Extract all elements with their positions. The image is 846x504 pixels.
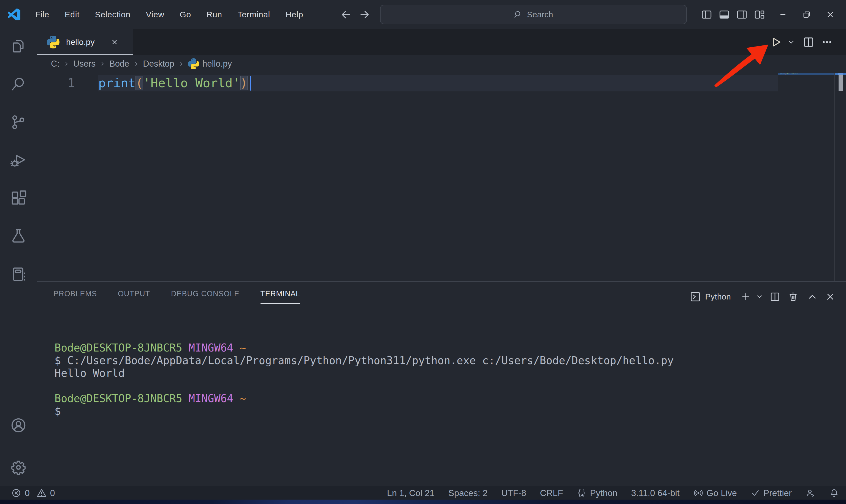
notifications-bell-icon[interactable] — [822, 486, 839, 500]
back-arrow-icon[interactable] — [340, 9, 352, 20]
terminal-line: Bode@DESKTOP-8JNBCR5 MINGW64 ~ — [54, 392, 674, 405]
prettier-status[interactable]: Prettier — [744, 486, 799, 500]
broadcast-icon — [693, 488, 703, 498]
menu-help[interactable]: Help — [278, 0, 311, 29]
breadcrumb-users[interactable]: Users — [73, 59, 95, 69]
minimap[interactable]: print('Hello World') — [778, 73, 834, 281]
toggle-panel-icon[interactable] — [719, 9, 730, 20]
go-live-status[interactable]: Go Live — [687, 486, 744, 500]
kill-terminal-trash-icon[interactable] — [788, 291, 807, 302]
check-icon — [751, 488, 760, 498]
close-panel-icon[interactable] — [825, 291, 846, 302]
source-control-icon[interactable] — [10, 114, 27, 131]
extensions-icon[interactable] — [10, 190, 27, 207]
customize-layout-icon[interactable] — [754, 9, 765, 20]
code-token-string: 'Hello World' — [143, 76, 240, 90]
terminal-shell-selector[interactable]: Python — [690, 291, 731, 302]
maximize-panel-chevron-icon[interactable] — [807, 291, 825, 302]
text-cursor — [250, 76, 251, 91]
close-button[interactable] — [818, 0, 842, 29]
tab-hello-py[interactable]: hello.py — [37, 29, 133, 55]
split-editor-icon[interactable] — [798, 36, 819, 48]
run-dropdown-chevron-icon[interactable] — [784, 38, 798, 46]
breadcrumb-desktop[interactable]: Desktop — [143, 59, 174, 69]
menu-terminal[interactable]: Terminal — [230, 0, 278, 29]
menu-run[interactable]: Run — [199, 0, 230, 29]
forward-arrow-icon[interactable] — [359, 9, 370, 20]
account-icon[interactable] — [10, 417, 27, 434]
minimap-code-line: print('Hello World') — [780, 73, 799, 75]
split-terminal-icon[interactable] — [770, 291, 788, 302]
minimap-border — [834, 73, 835, 281]
menu-bar: File Edit Selection View Go Run Terminal… — [28, 0, 311, 29]
run-debug-icon[interactable] — [10, 152, 27, 169]
terminal-icon — [690, 291, 701, 302]
panel-tab-debug-console[interactable]: DEBUG CONSOLE — [171, 290, 240, 304]
encoding-status[interactable]: UTF-8 — [494, 486, 533, 500]
terminal-line: Hello World — [54, 367, 674, 380]
search-sidebar-icon[interactable] — [10, 76, 27, 93]
warning-icon — [36, 488, 47, 498]
panel-tab-terminal[interactable]: TERMINAL — [261, 290, 300, 304]
status-bar: 0 0 Ln 1, Col 21 Spaces: 2 UTF-8 CRLF Py… — [0, 486, 846, 500]
chevron-right-icon — [100, 61, 105, 67]
menu-view[interactable]: View — [138, 0, 172, 29]
tab-close-icon[interactable] — [110, 37, 119, 47]
panel-tab-problems[interactable]: PROBLEMS — [53, 290, 97, 304]
braces-icon — [577, 488, 586, 498]
code-token-print: print — [98, 76, 136, 90]
bottom-panel: PROBLEMS OUTPUT DEBUG CONSOLE TERMINAL P… — [37, 281, 846, 486]
toggle-secondary-sidebar-icon[interactable] — [736, 9, 748, 20]
python-file-icon — [47, 36, 59, 49]
run-python-file-button[interactable] — [769, 36, 784, 49]
windows-taskbar-sliver — [0, 500, 846, 504]
scrollbar-thumb[interactable] — [839, 75, 843, 91]
notebook-icon[interactable] — [10, 266, 27, 283]
breadcrumb-bode[interactable]: Bode — [109, 59, 129, 69]
breadcrumb-file[interactable]: hello.py — [202, 59, 232, 69]
chevron-right-icon — [133, 61, 139, 67]
error-icon — [11, 488, 21, 498]
cursor-position-status[interactable]: Ln 1, Col 21 — [380, 486, 441, 500]
panel-tab-output[interactable]: OUTPUT — [118, 290, 150, 304]
feedback-person-icon[interactable] — [799, 486, 822, 500]
terminal-output[interactable]: Bode@DESKTOP-8JNBCR5 MINGW64 ~$ C:/Users… — [54, 342, 674, 418]
vscode-logo-icon — [8, 8, 20, 20]
restore-button[interactable] — [795, 0, 818, 29]
problems-status[interactable]: 0 0 — [11, 486, 55, 500]
breadcrumb: C: Users Bode Desktop hello.py — [37, 55, 846, 73]
command-center-search[interactable]: Search — [380, 5, 687, 24]
terminal-dropdown-chevron-icon[interactable] — [756, 293, 770, 301]
explorer-icon[interactable] — [10, 38, 27, 55]
terminal-line: Bode@DESKTOP-8JNBCR5 MINGW64 ~ — [54, 342, 674, 354]
search-placeholder: Search — [527, 10, 553, 19]
editor-tab-strip: hello.py — [37, 29, 846, 55]
toggle-sidebar-icon[interactable] — [701, 9, 712, 20]
terminal-line: $ C:/Users/Bode/AppData/Local/Programs/P… — [54, 354, 674, 367]
menu-selection[interactable]: Selection — [87, 0, 138, 29]
menu-go[interactable]: Go — [172, 0, 199, 29]
python-interpreter-status[interactable]: 3.11.0 64-bit — [624, 486, 687, 500]
code-editor[interactable]: 1 print('Hello World') print('Hello Worl… — [37, 73, 846, 281]
search-icon — [514, 10, 523, 19]
settings-gear-icon[interactable] — [10, 459, 27, 476]
editor-more-actions-icon[interactable] — [819, 36, 835, 48]
code-line-1: print('Hello World') — [98, 75, 248, 91]
new-terminal-icon[interactable] — [740, 291, 756, 302]
tab-label: hello.py — [66, 37, 94, 47]
menu-file[interactable]: File — [28, 0, 57, 29]
code-token-open-paren: ( — [136, 76, 143, 90]
eol-status[interactable]: CRLF — [533, 486, 570, 500]
title-bar: File Edit Selection View Go Run Terminal… — [0, 0, 846, 29]
breadcrumb-drive[interactable]: C: — [51, 59, 59, 69]
testing-icon[interactable] — [10, 228, 27, 245]
terminal-shell-label: Python — [705, 292, 731, 301]
line-number: 1 — [37, 75, 75, 91]
language-mode-status[interactable]: Python — [570, 486, 624, 500]
chevron-right-icon — [178, 61, 184, 67]
menu-edit[interactable]: Edit — [57, 0, 87, 29]
indentation-status[interactable]: Spaces: 2 — [441, 486, 494, 500]
code-token-close-paren: ) — [240, 76, 248, 90]
minimize-button[interactable] — [771, 0, 795, 29]
python-file-icon — [188, 58, 199, 69]
